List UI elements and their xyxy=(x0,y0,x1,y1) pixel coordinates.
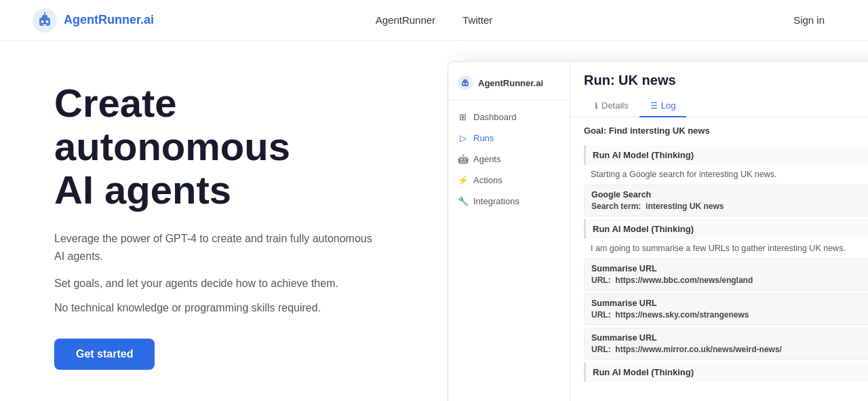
nav-link-twitter[interactable]: Twitter xyxy=(462,14,492,26)
app-preview: AgentRunner.ai ⊞ Dashboard ▷ Runs 🤖 Agen… xyxy=(448,41,868,401)
svg-point-4 xyxy=(46,20,49,23)
sidebar-item-actions[interactable]: ⚡ Actions xyxy=(448,170,570,190)
run-title: Run: UK news xyxy=(584,73,868,88)
log-entry-2-header: Run AI Model (Thinking) xyxy=(584,219,868,239)
run-log: Goal: Find intersting UK news Run AI Mod… xyxy=(570,117,868,401)
sidebar-item-dashboard[interactable]: ⊞ Dashboard xyxy=(448,107,570,127)
svg-point-11 xyxy=(463,83,465,84)
hero-title: Create autonomous AI agents xyxy=(54,81,415,211)
svg-rect-5 xyxy=(43,24,47,26)
hero-subtitle: Leverage the power of GPT-4 to create an… xyxy=(54,230,380,265)
sidebar-item-agents[interactable]: 🤖 Agents xyxy=(448,149,570,169)
log-sub-2-1-field-label: URL: xyxy=(591,275,611,285)
log-entry-1: Run AI Model (Thinking) Starting a Googl… xyxy=(584,145,868,216)
sidebar-label-actions: Actions xyxy=(473,175,502,185)
log-sub-1-1-title: Google Search xyxy=(591,190,868,199)
tab-log[interactable]: ☰ Log xyxy=(639,95,687,117)
svg-rect-9 xyxy=(462,81,469,86)
sidebar-label-agents: Agents xyxy=(473,154,500,164)
log-entry-1-header: Run AI Model (Thinking) xyxy=(584,145,868,165)
log-entry-2: Run AI Model (Thinking) I am going to su… xyxy=(584,219,868,360)
tab-log-label: Log xyxy=(661,100,676,111)
goal-value: Find intersting UK news xyxy=(609,126,710,136)
app-main: Run: UK news ℹ Details ☰ Log xyxy=(570,62,868,401)
log-sub-2-3: Summarise URL URL: https://www.mirror.co… xyxy=(584,328,868,360)
log-sub-1-1-body: Search term: interesting UK news xyxy=(591,202,868,211)
navbar: AgentRunner.ai AgentRunner Twitter Sign … xyxy=(0,0,868,41)
logo-icon xyxy=(33,8,57,33)
sidebar-label-integrations: Integrations xyxy=(473,196,519,206)
log-sub-2-3-field-label: URL: xyxy=(591,345,611,354)
log-sub-2-2-title: Summarise URL xyxy=(591,299,868,308)
log-entry-3: Run AI Model (Thinking) xyxy=(584,362,868,382)
run-tabs: ℹ Details ☰ Log xyxy=(584,95,868,117)
app-content-header: Run: UK news ℹ Details ☰ Log xyxy=(570,62,868,117)
navbar-brand-area: AgentRunner.ai xyxy=(33,8,154,33)
log-sub-2-1: Summarise URL URL: https://www.bbc.com/n… xyxy=(584,259,868,290)
log-entry-3-header: Run AI Model (Thinking) xyxy=(584,362,868,382)
goal-label: Goal: xyxy=(584,126,606,136)
hero-section: Create autonomous AI agents Leverage the… xyxy=(0,41,448,397)
info-icon: ℹ xyxy=(595,101,598,111)
sidebar-brand-label: AgentRunner.ai xyxy=(478,78,543,88)
play-icon: ▷ xyxy=(458,133,468,143)
navbar-links: AgentRunner Twitter xyxy=(376,14,493,26)
log-sub-2-2: Summarise URL URL: https://news.sky.com/… xyxy=(584,293,868,325)
svg-rect-10 xyxy=(463,79,467,82)
tab-details-label: Details xyxy=(601,100,629,111)
sidebar-label-dashboard: Dashboard xyxy=(473,112,517,122)
puzzle-icon: 🔧 xyxy=(458,196,468,206)
hero-point-1: Set goals, and let your agents decide ho… xyxy=(54,278,415,290)
log-entry-1-body: Starting a Google search for interesting… xyxy=(584,166,868,185)
grid-icon: ⊞ xyxy=(458,112,468,122)
log-entry-2-body: I am going to summarise a few URLs to ga… xyxy=(584,240,868,259)
tab-details[interactable]: ℹ Details xyxy=(584,95,639,117)
svg-point-12 xyxy=(466,83,467,84)
log-sub-1-1-field-value: interesting UK news xyxy=(646,202,724,211)
log-sub-2-1-field-value: https://www.bbc.com/news/england xyxy=(615,275,753,285)
log-sub-2-3-field-value: https://www.mirror.co.uk/news/weird-news… xyxy=(615,345,782,354)
log-sub-1-1-field-label: Search term: xyxy=(591,202,641,211)
hero-point-2: No technical knowledge or programming sk… xyxy=(54,302,415,314)
sidebar-item-integrations[interactable]: 🔧 Integrations xyxy=(448,191,570,211)
svg-point-3 xyxy=(41,20,44,23)
log-sub-2-2-field-label: URL: xyxy=(591,310,611,320)
get-started-button[interactable]: Get started xyxy=(54,339,155,370)
sidebar-brand: AgentRunner.ai xyxy=(448,71,570,100)
log-sub-2-2-body: URL: https://news.sky.com/strangenews xyxy=(591,310,868,320)
sidebar-item-runs[interactable]: ▷ Runs xyxy=(448,128,570,148)
app-sidebar: AgentRunner.ai ⊞ Dashboard ▷ Runs 🤖 Agen… xyxy=(448,62,570,401)
navbar-right: Sign in xyxy=(783,9,835,31)
main-content: Create autonomous AI agents Leverage the… xyxy=(0,41,868,401)
log-sub-2-1-title: Summarise URL xyxy=(591,264,868,273)
sidebar-label-runs: Runs xyxy=(473,133,494,143)
lightning-icon: ⚡ xyxy=(458,175,468,185)
nav-link-agentrunner[interactable]: AgentRunner xyxy=(376,14,435,26)
goal-line: Goal: Find intersting UK news xyxy=(584,126,868,136)
log-sub-2-1-body: URL: https://www.bbc.com/news/england xyxy=(591,275,868,285)
sidebar-logo-icon xyxy=(458,75,473,90)
log-sub-2-3-body: URL: https://www.mirror.co.uk/news/weird… xyxy=(591,345,868,354)
app-window: AgentRunner.ai ⊞ Dashboard ▷ Runs 🤖 Agen… xyxy=(448,61,868,401)
log-sub-2-3-title: Summarise URL xyxy=(591,333,868,343)
svg-point-7 xyxy=(44,12,45,13)
log-sub-1-1: Google Search Search term: interesting U… xyxy=(584,185,868,216)
agent-icon: 🤖 xyxy=(458,154,468,164)
log-sub-2-2-field-value: https://news.sky.com/strangenews xyxy=(615,310,749,320)
sign-in-button[interactable]: Sign in xyxy=(783,9,835,31)
brand-name[interactable]: AgentRunner.ai xyxy=(64,13,154,27)
list-icon: ☰ xyxy=(650,101,658,111)
